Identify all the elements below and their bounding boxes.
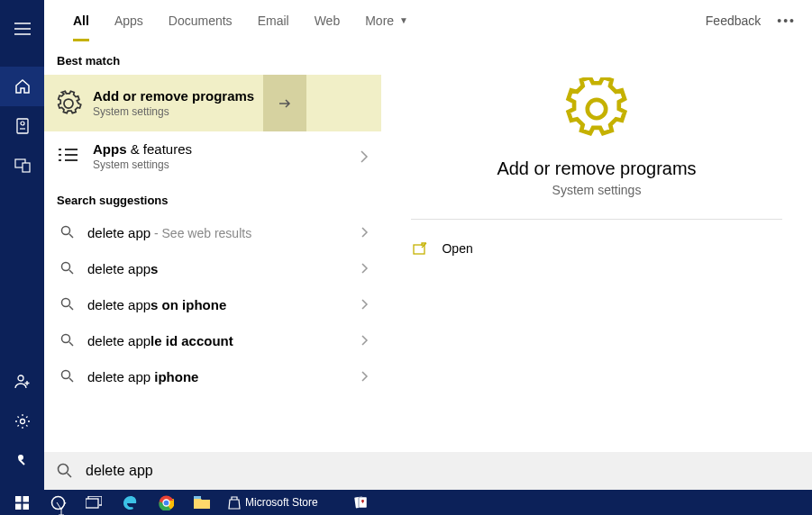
tab-web[interactable]: Web — [302, 0, 353, 41]
search-suggestion[interactable]: delete app iphone — [44, 358, 381, 394]
suggestion-text: delete app - See web results — [87, 225, 251, 240]
solitaire-icon[interactable] — [343, 490, 379, 515]
tab-apps[interactable]: Apps — [102, 0, 156, 41]
svg-point-5 — [20, 420, 24, 424]
open-icon — [411, 242, 429, 255]
filter-tabs: All Apps Documents Email Web More▼ Feedb… — [44, 0, 812, 41]
person-icon[interactable] — [0, 362, 44, 402]
open-action[interactable]: Open — [411, 232, 781, 265]
tab-more[interactable]: More▼ — [352, 0, 421, 41]
svg-rect-0 — [17, 119, 28, 133]
result-apps-features[interactable]: Apps & features System settings — [44, 131, 381, 181]
chevron-right-icon — [360, 226, 369, 239]
home-icon[interactable] — [0, 67, 44, 106]
svg-rect-17 — [23, 503, 29, 510]
edge-icon[interactable] — [112, 490, 148, 515]
chevron-right-icon — [360, 370, 369, 383]
results-list: Best match Add or remove programs System… — [44, 41, 381, 452]
svg-point-4 — [18, 375, 23, 381]
search-icon — [57, 369, 78, 384]
suggestion-text: delete apps on iphone — [87, 297, 226, 312]
svg-point-10 — [62, 335, 70, 343]
file-explorer-icon[interactable] — [184, 490, 220, 515]
preview-title: Add or remove programs — [497, 158, 696, 179]
chrome-icon[interactable] — [148, 490, 184, 515]
result-preview-pane: Add or remove programs System settings O… — [381, 41, 812, 452]
svg-point-8 — [62, 263, 70, 271]
pin-icon[interactable] — [0, 441, 44, 481]
search-panel: All Apps Documents Email Web More▼ Feedb… — [44, 0, 812, 490]
section-best-match: Best match — [44, 41, 381, 75]
suggestion-text: delete app iphone — [87, 369, 198, 384]
cortana-button[interactable] — [40, 490, 76, 515]
suggestion-text: delete apple id account — [87, 333, 233, 348]
search-icon — [57, 261, 78, 276]
suggestion-text: delete apps — [87, 261, 158, 276]
chevron-right-icon — [360, 298, 369, 311]
search-box[interactable] — [44, 452, 812, 490]
section-search-suggestions: Search suggestions — [44, 181, 381, 214]
gear-icon — [53, 88, 84, 119]
microsoft-store-label: Microsoft Store — [245, 496, 318, 509]
svg-rect-14 — [15, 496, 22, 502]
search-icon — [57, 225, 78, 239]
more-options-icon[interactable]: ••• — [777, 14, 796, 28]
cortana-left-rail — [0, 0, 44, 490]
result-subtitle: System settings — [93, 105, 254, 120]
svg-point-1 — [21, 122, 24, 125]
search-suggestion[interactable]: delete apps — [44, 250, 381, 286]
chevron-right-icon — [360, 334, 369, 347]
start-button[interactable] — [4, 490, 40, 515]
preview-subtitle: System settings — [552, 183, 642, 197]
chevron-down-icon: ▼ — [399, 15, 408, 25]
svg-rect-16 — [15, 503, 22, 510]
tab-all[interactable]: All — [60, 0, 102, 41]
svg-rect-19 — [86, 499, 98, 508]
open-label: Open — [442, 241, 472, 256]
chevron-right-icon — [360, 262, 369, 275]
list-icon — [53, 141, 84, 172]
gear-icon[interactable] — [0, 402, 44, 441]
expand-arrow-icon[interactable] — [263, 75, 306, 131]
chevron-right-icon — [360, 149, 369, 164]
hamburger-icon[interactable] — [0, 9, 44, 49]
task-view-button[interactable] — [76, 490, 112, 515]
result-subtitle: System settings — [93, 158, 192, 173]
feedback-link[interactable]: Feedback — [706, 14, 761, 28]
gear-icon — [565, 77, 628, 140]
result-title: Add or remove programs — [93, 87, 254, 105]
search-input[interactable] — [86, 463, 799, 479]
svg-point-9 — [62, 299, 70, 307]
notebook-icon[interactable] — [0, 106, 44, 146]
tab-documents[interactable]: Documents — [156, 0, 245, 41]
microsoft-store-button[interactable]: Microsoft Store — [220, 490, 325, 515]
search-icon — [57, 297, 78, 312]
svg-point-13 — [59, 465, 68, 474]
svg-rect-22 — [194, 496, 201, 499]
search-suggestion[interactable]: delete apple id account — [44, 322, 381, 358]
search-suggestion[interactable]: delete apps on iphone — [44, 286, 381, 322]
svg-rect-15 — [23, 496, 29, 502]
result-title: Apps & features — [93, 140, 192, 158]
result-add-remove-programs[interactable]: Add or remove programs System settings — [44, 75, 381, 131]
taskbar: Microsoft Store — [0, 490, 812, 515]
svg-point-21 — [163, 500, 169, 506]
separator — [411, 219, 781, 220]
devices-icon[interactable] — [0, 146, 44, 185]
svg-point-11 — [62, 371, 70, 379]
search-icon — [57, 463, 73, 479]
svg-point-7 — [62, 227, 70, 235]
svg-rect-3 — [23, 163, 30, 172]
tab-email[interactable]: Email — [245, 0, 302, 41]
search-icon — [57, 333, 78, 348]
search-suggestion[interactable]: delete app - See web results — [44, 214, 381, 250]
